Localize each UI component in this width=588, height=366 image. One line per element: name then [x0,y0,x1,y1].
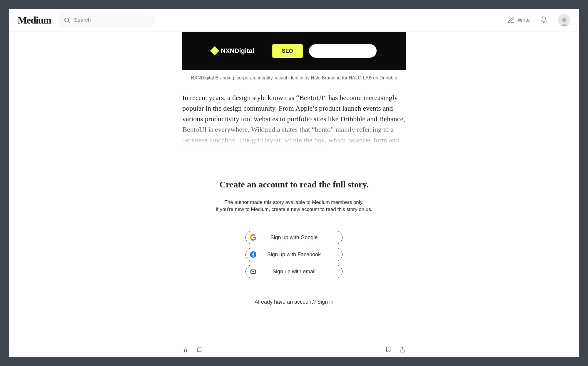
article-body: In recent years, a design style known as… [182,92,406,156]
mail-icon [250,268,256,275]
signin-link[interactable]: Sign in [317,299,333,305]
write-icon [507,17,514,24]
hero-brand-text: NXNDigital [221,47,254,55]
svg-line-1 [68,21,70,23]
search-container[interactable] [58,12,155,28]
svg-point-2 [562,18,566,22]
paywall: Create an account to read the full story… [182,179,406,305]
image-caption: NXNDigital Branding, corporate identity,… [182,75,406,81]
clap-icon[interactable] [182,346,189,353]
bookmark-icon[interactable] [385,346,392,353]
write-button[interactable]: Write [507,17,530,24]
already-text: Already have an account? [255,299,317,305]
user-icon [559,17,569,26]
hero-white-pill [309,44,377,58]
paywall-fade [182,121,406,156]
svg-point-0 [65,18,69,22]
header-actions: Write [507,14,570,26]
article-footer-actions [182,346,406,353]
google-icon [250,234,256,241]
hero-pill: SEO [272,44,303,58]
svg-rect-4 [251,270,256,274]
write-label: Write [517,17,530,23]
search-input[interactable] [74,17,150,23]
paywall-sub-line2: If you’re new to Medium, create a new ac… [216,207,372,212]
search-icon [64,17,71,24]
footer-right-actions [385,346,406,353]
medium-logo[interactable]: Medium [18,15,51,26]
comment-icon[interactable] [196,346,203,353]
paywall-sub-line1: The author made this story available to … [224,199,363,205]
signup-google-button[interactable]: Sign up with Google [245,231,343,244]
share-icon[interactable] [399,346,406,353]
signup-facebook-button[interactable]: Sign up with Facebook [245,248,343,261]
signup-facebook-label: Sign up with Facebook [267,252,321,258]
diamond-icon [210,46,219,55]
signup-email-label: Sign up with email [273,269,315,275]
notifications-button[interactable] [540,16,547,24]
top-header: Medium Write [9,9,579,32]
article-hero-image: NXNDigital SEO [182,32,406,70]
app-window: Medium Write NXNDigital SEO [9,9,579,357]
bell-icon [540,16,547,23]
article-content: NXNDigital SEO NXNDigital Branding, corp… [182,32,406,353]
paywall-subtitle: The author made this story available to … [182,199,406,213]
signup-google-label: Sign up with Google [270,234,318,241]
caption-link[interactable]: NXNDigital Branding, corporate identity,… [191,75,397,80]
avatar[interactable] [558,14,570,26]
hero-brand: NXNDigital [211,47,254,55]
signup-email-button[interactable]: Sign up with email [245,265,343,278]
already-have-account: Already have an account? Sign in [182,299,406,305]
paywall-title: Create an account to read the full story… [182,179,406,189]
footer-left-actions [182,346,203,353]
facebook-icon [250,251,256,258]
